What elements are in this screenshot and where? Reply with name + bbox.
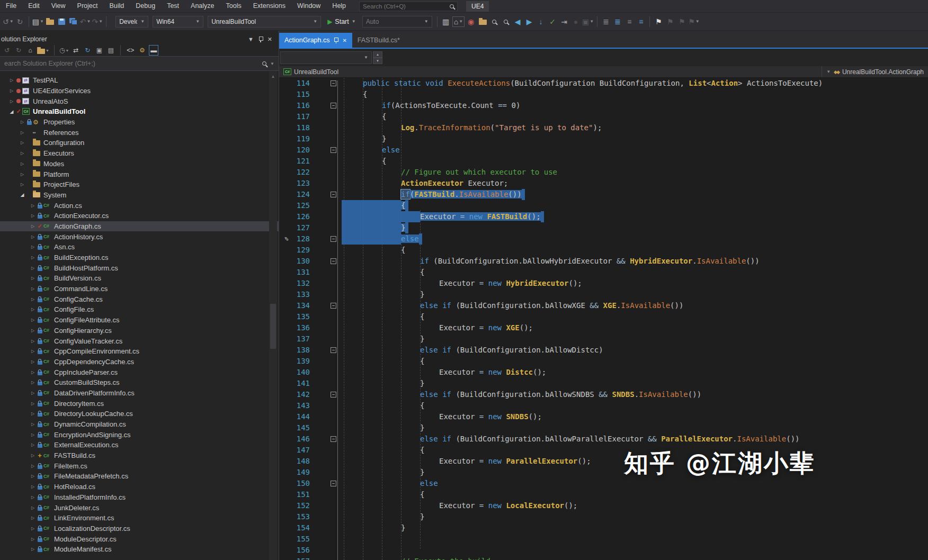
redo-icon[interactable]: ↷▼ [92,15,103,28]
tree-item-dynamiccompilation-cs[interactable]: ▷C#DynamicCompilation.cs [0,419,279,430]
code-line-151[interactable]: 151{ [279,489,928,500]
expand-arrow-icon[interactable]: ▷ [8,99,15,104]
fold-collapse-icon[interactable]: − [331,192,336,197]
tree-item-filemetadataprefetch-cs[interactable]: ▷C#FileMetadataPrefetch.cs [0,471,279,482]
fold-collapse-icon[interactable]: − [331,392,336,398]
tree-item-references[interactable]: ▷▪▪References [0,127,279,138]
fold-collapse-icon[interactable]: − [331,347,336,353]
pending-changes-filter-icon[interactable]: ◷▼ [59,45,69,56]
expand-arrow-icon[interactable]: ▷ [30,359,36,364]
undo-icon[interactable]: ↶▼ [80,15,91,28]
expand-arrow-icon[interactable]: ▷ [30,297,36,302]
spin-up-icon[interactable]: ▲ [373,51,382,58]
code-line-152[interactable]: 152Executor = new LocalExecutor(); [279,500,928,511]
code-line-154[interactable]: 154} [279,522,928,534]
code-line-148[interactable]: 148Executor = new ParallelExecutor(); [279,456,928,467]
show-all-files-icon[interactable]: ▤ [106,45,115,56]
tree-item-externalexecution-cs[interactable]: ▷C#ExternalExecution.cs [0,440,279,450]
tree-item-configcache-cs[interactable]: ▷C#ConfigCache.cs [0,294,279,304]
startup-project-dropdown[interactable]: UnrealBuildTool▼ [208,16,321,28]
tree-item-configvaluetracker-cs[interactable]: ▷C#ConfigValueTracker.cs [0,336,279,346]
tree-item-directoryitem-cs[interactable]: ▷C#DirectoryItem.cs [0,398,279,409]
expand-arrow-icon[interactable]: ▷ [19,130,25,135]
tree-item-linkenvironment-cs[interactable]: ▷C#LinkEnvironment.cs [0,513,279,523]
expand-arrow-icon[interactable]: ▷ [30,380,36,385]
expand-arrow-icon[interactable]: ▷ [30,391,36,395]
tree-item-hotreload-cs[interactable]: ▷C#HotReload.cs [0,482,279,492]
tree-item-fileitem-cs[interactable]: ▷C#FileItem.cs [0,460,279,471]
code-line-137[interactable]: 137} [279,333,928,345]
solution-search-box[interactable]: ▼ [0,57,279,71]
code-line-155[interactable]: 155 [279,534,928,545]
navigate-forward-icon[interactable]: ↻ [15,15,25,28]
code-line-126[interactable]: 126Executor = new FASTBuild(); [279,211,928,222]
menu-item-file[interactable]: File [0,0,22,12]
expand-arrow-icon[interactable]: ▷ [30,339,36,344]
forward-icon[interactable]: ↻ [14,45,23,56]
expand-arrow-icon[interactable]: ▷ [19,182,25,187]
expand-arrow-icon[interactable]: ▷ [19,140,25,145]
expand-arrow-icon[interactable]: ▷ [30,203,36,208]
close-icon[interactable]: ✕ [342,38,346,43]
code-line-140[interactable]: 140Executor = new Distcc(); [279,367,928,378]
tree-item-modulemanifest-cs[interactable]: ▷C#ModuleManifest.cs [0,544,279,555]
code-line-149[interactable]: 149} [279,467,928,478]
expand-arrow-icon[interactable]: ▷ [30,255,36,260]
fold-collapse-icon[interactable]: − [331,258,336,264]
code-line-144[interactable]: 144Executor = new SNDBS(); [279,411,928,422]
start-button[interactable]: ▶ Start ▼ [327,18,356,25]
breadcrumb-project[interactable]: UnrealBuildTool [294,68,338,76]
code-line-118[interactable]: 118Log.TraceInformation("Target is up to… [279,122,928,133]
expand-arrow-icon[interactable]: ▷ [30,516,36,520]
tree-item-buildhostplatform-cs[interactable]: ▷C#BuildHostPlatform.cs [0,263,279,273]
menu-item-edit[interactable]: Edit [22,0,46,12]
expand-arrow-icon[interactable]: ▷ [30,234,36,239]
menu-item-build[interactable]: Build [103,0,130,12]
code-line-127[interactable]: 127} [279,222,928,233]
close-icon[interactable]: ✕ [267,36,272,43]
outline-expand-icon[interactable]: ≣ [601,15,611,28]
expand-arrow-icon[interactable]: ▷ [30,547,36,552]
expand-arrow-icon[interactable]: ▷ [30,442,36,447]
code-line-131[interactable]: 131{ [279,267,928,278]
attach-process-icon[interactable]: ▥ [441,15,451,28]
bookmark-icon[interactable]: ⚑ [653,15,664,28]
fold-collapse-icon[interactable]: − [331,436,336,442]
expand-arrow-icon[interactable]: ▷ [30,224,36,229]
tab-actiongraph-cs[interactable]: ActionGraph.cs✕ [279,33,352,48]
pin-icon[interactable] [258,36,263,42]
expand-arrow-icon[interactable]: ▷ [30,432,36,437]
expand-arrow-icon[interactable]: ▷ [30,401,36,406]
menu-item-help[interactable]: Help [326,0,352,12]
tree-item-asn-cs[interactable]: ▷C#Asn.cs [0,242,279,252]
code-line-128[interactable]: 128−else [279,233,928,245]
code-line-136[interactable]: 136Executor = new XGE(); [279,322,928,333]
expand-arrow-icon[interactable]: ▷ [30,328,36,333]
tree-item-properties[interactable]: ▷⚙Properties [0,117,279,128]
quick-search-box[interactable] [359,2,458,11]
expand-arrow-icon[interactable]: ▷ [8,78,15,83]
open-file-icon[interactable] [45,15,56,28]
tree-item-actionexecutor-cs[interactable]: ▷C#ActionExecutor.cs [0,211,279,221]
menu-item-window[interactable]: Window [291,0,326,12]
sync-selection-icon[interactable]: ⇄ [71,45,81,56]
tree-item-cppdependencycache-cs[interactable]: ▷C#CppDependencyCache.cs [0,357,279,367]
code-line-123[interactable]: 123ActionExecutor Executor; [279,178,928,189]
tree-item-buildversion-cs[interactable]: ▷C#BuildVersion.cs [0,273,279,284]
expand-arrow-icon[interactable]: ▷ [8,88,15,93]
code-line-150[interactable]: 150−else [279,478,928,489]
code-line-117[interactable]: 117{ [279,111,928,122]
code-line-125[interactable]: 125{ [279,200,928,211]
tree-item-executors[interactable]: ▷Executors [0,148,279,159]
code-line-157[interactable]: 157// Execute the build [279,556,928,560]
breakpoint-settings-icon[interactable]: ◉ [466,15,476,28]
tree-item-cppcompileenvironment-cs[interactable]: ▷C#CppCompileEnvironment.cs [0,346,279,357]
expand-arrow-icon[interactable]: ▷ [30,245,36,249]
code-line-139[interactable]: 139{ [279,356,928,367]
menu-item-project[interactable]: Project [72,0,104,12]
expand-arrow-icon[interactable]: ▷ [19,172,25,177]
navigation-dropdown[interactable]: ▼ [280,51,372,64]
fold-collapse-icon[interactable]: − [331,236,336,242]
tree-item-platform[interactable]: ▷Platform [0,169,279,179]
expand-arrow-icon[interactable]: ▷ [30,484,36,489]
